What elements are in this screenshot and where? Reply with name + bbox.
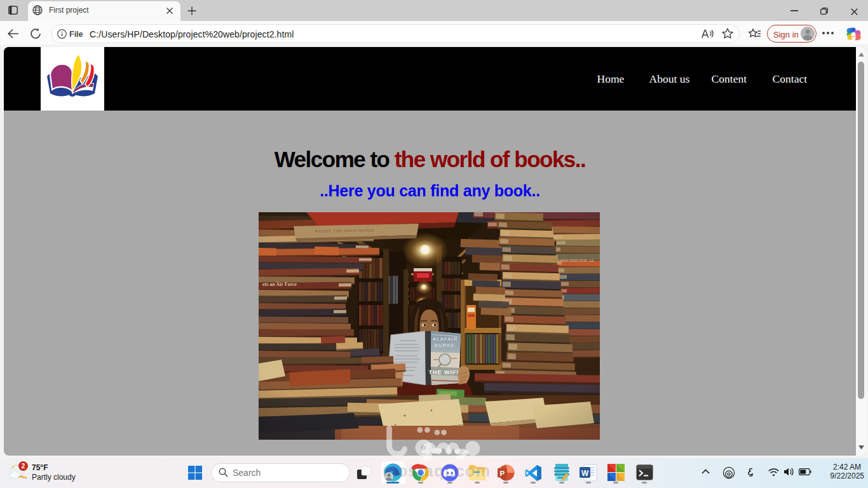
svg-text:P: P (500, 470, 505, 477)
svg-text:W: W (581, 469, 589, 478)
